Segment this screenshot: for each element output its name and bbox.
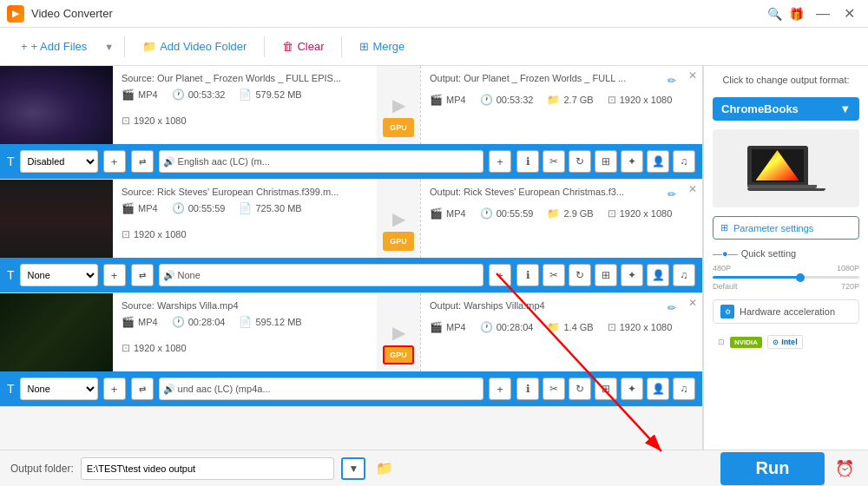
rotate-btn-3[interactable]: ↻ (569, 378, 591, 400)
file-details-3: Source: Warships Villa.mp4 🎬 MP4 🕐 00:28… (113, 293, 377, 371)
track-bar-3: T None + ⇄ 🔊 und aac (LC) (mp4a... + ℹ ✂… (0, 371, 702, 406)
clear-button[interactable]: 🗑 Clear (272, 35, 334, 58)
merge-label: Merge (372, 40, 404, 53)
resolution-out-label-3: 1920 x 1080 (620, 322, 673, 332)
duration-out-2: 🕐 00:55:59 (480, 207, 534, 220)
duration-in-3: 🕐 00:28:04 (172, 316, 226, 328)
clock-icon: 🕐 (172, 89, 185, 101)
size-in-label: 579.52 MB (255, 89, 301, 100)
run-button[interactable]: Run (720, 452, 825, 485)
edit-output-1[interactable]: ✏ (667, 75, 676, 87)
minimize-button[interactable]: — (811, 5, 835, 23)
audio-tool-2[interactable]: ♫ (673, 264, 695, 286)
subtitle-tool-2[interactable]: 👤 (647, 264, 669, 286)
duration-out-label-3: 00:28:04 (496, 322, 534, 332)
add-track-btn-1[interactable]: + (103, 150, 126, 173)
edit-output-3[interactable]: ✏ (667, 302, 676, 314)
gift-icon[interactable]: 🎁 (789, 7, 804, 21)
output-label-2: Output: Rick Steves' European Christmas.… (430, 187, 624, 197)
file-meta-2: 🎬 MP4 🕐 00:55:59 📄 725.30 MB ⊡ (122, 202, 368, 240)
add-audio-btn-1[interactable]: + (489, 150, 511, 173)
audio-tool-3[interactable]: ♫ (673, 378, 695, 400)
audio-tool-1[interactable]: ♫ (673, 150, 695, 173)
intel-icon: ⊙ (773, 338, 779, 346)
subtitle-tool-3[interactable]: 👤 (647, 378, 669, 400)
app-title: Video Converter (31, 7, 767, 20)
intel-label: Intel (781, 338, 798, 346)
merge-button[interactable]: ⊞ Merge (349, 35, 415, 58)
format-out-icon-2: 🎬 (430, 207, 443, 220)
gpu-badge-3: GPU (383, 345, 414, 364)
laptop-screen-inner (752, 149, 804, 182)
crop-btn-2[interactable]: ⊞ (595, 264, 617, 286)
add-folder-dropdown[interactable]: ▼ (101, 36, 117, 57)
add-files-button[interactable]: + + Add Files (10, 35, 97, 58)
info-btn-2[interactable]: ℹ (516, 264, 539, 286)
close-button[interactable]: ✕ (837, 5, 861, 23)
close-file-1[interactable]: ✕ (685, 66, 702, 144)
resolution-in-2: ⊡ 1920 x 1080 (122, 228, 187, 240)
audio-icon-3: 🔊 (163, 384, 175, 395)
resolution-out-3: ⊡ 1920 x 1080 (608, 321, 673, 333)
quality-bar (713, 276, 859, 279)
crop-btn-1[interactable]: ⊞ (595, 150, 617, 173)
subtitle-select-2[interactable]: None (20, 264, 98, 286)
resolution-in-label: 1920 x 1080 (134, 115, 187, 126)
output-path-input[interactable] (81, 457, 335, 480)
add-audio-btn-3[interactable]: + (489, 378, 511, 400)
subtitle-select-3[interactable]: None (20, 378, 98, 400)
subtitle-select-1[interactable]: Disabled (20, 150, 98, 173)
format-out-label: MP4 (446, 95, 466, 105)
format-out-3: 🎬 MP4 (430, 321, 466, 333)
track-edit-btn-2[interactable]: ⇄ (131, 264, 154, 286)
hw-icon: ⚙ (720, 305, 734, 319)
file-row: Source: Our Planet _ Frozen Worlds _ FUL… (0, 66, 702, 180)
file-info-2: Source: Rick Steves' European Christmas.… (0, 180, 702, 258)
format-dropdown[interactable]: ChromeBooks ▼ (713, 97, 859, 121)
info-btn-1[interactable]: ℹ (516, 150, 539, 173)
add-folder-button[interactable]: 📁 Add Video Folder (132, 35, 257, 58)
sep-2 (264, 36, 265, 57)
convert-arrow-3: ▶ (392, 322, 405, 343)
scissors-btn-3[interactable]: ✂ (542, 378, 565, 400)
chromebook-logo (756, 150, 799, 181)
scissors-btn-1[interactable]: ✂ (542, 150, 565, 173)
edit-output-2[interactable]: ✏ (667, 188, 676, 200)
output-folder-button[interactable]: 📁 (372, 457, 397, 480)
duration-out-1: 🕐 00:53:32 (480, 94, 534, 106)
audio-track-2: 🔊 None (159, 264, 483, 286)
subtitle-tool-1[interactable]: 👤 (647, 150, 669, 173)
audio-track-1: 🔊 English aac (LC) (m... (159, 150, 483, 173)
param-settings-button[interactable]: ⊞ Parameter settings (713, 216, 859, 240)
size-in-label-3: 595.12 MB (255, 317, 301, 327)
size-out-label-2: 2.9 GB (563, 208, 593, 219)
close-file-3[interactable]: ✕ (685, 293, 702, 371)
scissors-btn-2[interactable]: ✂ (542, 264, 565, 286)
res-icon-2: ⊡ (122, 228, 130, 240)
close-file-2[interactable]: ✕ (685, 180, 702, 258)
track-edit-btn-3[interactable]: ⇄ (131, 378, 154, 400)
duration-out-label-2: 00:55:59 (496, 208, 534, 219)
clock-icon-3: 🕐 (172, 316, 185, 328)
info-btn-3[interactable]: ℹ (516, 378, 539, 400)
effects-btn-1[interactable]: ✦ (621, 150, 643, 173)
file-output-2: Output: Rick Steves' European Christmas.… (420, 180, 685, 258)
quality-slider[interactable] (713, 276, 859, 279)
size-in-label-2: 725.30 MB (255, 203, 301, 213)
format-icon: 🎬 (122, 89, 135, 101)
rotate-btn-1[interactable]: ↻ (569, 150, 591, 173)
alarm-button[interactable]: ⏰ (832, 456, 858, 482)
output-dropdown-button[interactable]: ▼ (341, 457, 365, 480)
bottom-bar: Output folder: ▼ 📁 Run ⏰ (0, 450, 868, 486)
duration-out-label: 00:53:32 (496, 95, 534, 105)
effects-btn-3[interactable]: ✦ (621, 378, 643, 400)
hardware-acceleration-button[interactable]: ⚙ Hardware acceleration (713, 299, 859, 324)
track-edit-btn-1[interactable]: ⇄ (131, 150, 154, 173)
add-track-btn-2[interactable]: + (103, 264, 126, 286)
clear-label: Clear (297, 40, 324, 53)
quality-presets: Default 720P (713, 282, 859, 291)
rotate-btn-2[interactable]: ↻ (569, 264, 591, 286)
effects-btn-2[interactable]: ✦ (621, 264, 643, 286)
add-track-btn-3[interactable]: + (103, 378, 126, 400)
search-icon[interactable]: 🔍 (767, 7, 782, 21)
